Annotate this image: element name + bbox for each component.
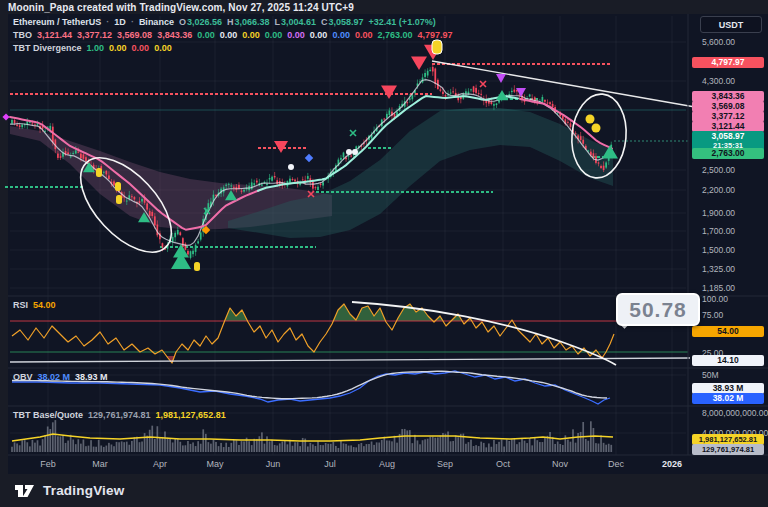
price-badge: 4,797.97 [692,57,764,68]
price-tick: 2,500.00 [702,165,735,175]
time-axis-label: Feb [31,459,65,469]
tradingview-snapshot: Moonin_Papa created with TradingView.com… [0,0,768,507]
separator: · [131,17,134,27]
tradingview-logo-text[interactable]: TradingView [43,483,124,498]
price-tick: 50M [702,370,719,380]
tbo-value: 0.00 [332,30,350,40]
time-axis-label: May [198,459,232,469]
symbol-legend: Ethereum / TetherUS · 1D · Binance O3,02… [13,17,436,27]
tbo-value: 0.00 [310,30,328,40]
tbt-divergence-value: 0.00 [109,43,127,53]
ohlc-label: C [321,17,328,27]
tbt-divergence-value: 0.00 [154,43,172,53]
ohlc-value: 3,026.56 [187,17,222,27]
price-tick: 4,300.00 [702,76,735,86]
time-axis-label: Mar [83,459,117,469]
tbo-value: 0.00 [265,30,283,40]
tbt-basequote-label[interactable]: TBT Base/Quote [13,410,83,420]
time-axis-label: Apr [143,459,177,469]
obv-value: 38.02 M [38,372,71,382]
time-axis-label: Sep [428,459,462,469]
tbo-value: 0.00 [242,30,260,40]
tbt-divergence-values: 1.000.000.000.00 [87,43,172,53]
price-badge: 129,761,974.81 [692,444,764,455]
price-badge: 54.00 [692,326,764,337]
price-badge: 14.10 [692,355,764,366]
tbo-value: 2,763.00 [377,30,412,40]
obv-legend: OBV 38.02 M38.93 M [13,372,108,382]
chart-card [8,14,768,474]
ohlc-value: 3,004.61 [281,17,316,27]
tbo-value: 0.00 [220,30,238,40]
tbt-basequote-values: 129,761,974.811,981,127,652.81 [88,410,226,420]
time-axis-label: Jun [256,459,290,469]
rsi-legend: RSI 54.00 [13,300,56,310]
tbo-value: 4,797.97 [417,30,452,40]
tbt-divergence-label[interactable]: TBT Divergence [13,43,82,53]
tbo-legend: TBO 3,121.443,377.123,569.083,843.360.00… [13,30,453,40]
tbo-value: 3,377.12 [77,30,112,40]
time-axis-label: 2026 [655,459,689,469]
tbo-value: 3,569.08 [117,30,152,40]
watermark: Moonin_Papa created with TradingView.com… [8,2,354,13]
tbt-divergence-value: 1.00 [87,43,105,53]
footer-bar: TradingView [0,474,768,507]
tbo-values: 3,121.443,377.123,569.083,843.360.000.00… [37,30,453,40]
price-tick: 1,700.00 [702,226,735,236]
price-tick: 8,000,000,000.00 [702,408,768,418]
ohlc-values: O3,026.56H3,066.38L3,004.61C3,058.97 [179,17,364,27]
time-axis-label: Jul [313,459,347,469]
change-value: +32.41 (+1.07%) [369,17,436,27]
tbo-value: 3,121.44 [37,30,72,40]
price-badge: 38.02 M [692,393,764,404]
rsi-callout: 50.78 [616,293,700,326]
tbt-basequote-value: 129,761,974.81 [88,410,151,420]
tradingview-logo-icon[interactable] [13,481,36,501]
time-axis-label: Dec [599,459,633,469]
separator: · [106,17,109,27]
ohlc-label: L [275,17,281,27]
time-axis-label: Nov [543,459,577,469]
symbol-title[interactable]: Ethereum / TetherUS [13,17,101,27]
tbt-divergence-legend: TBT Divergence 1.000.000.000.00 [13,43,172,53]
price-tick: 100.00 [702,294,728,304]
price-badge: 2,763.00 [692,148,764,159]
price-tick: 1,900.00 [702,208,735,218]
price-tick: 1,500.00 [702,245,735,255]
price-tick: 1,325.00 [702,264,735,274]
tbt-divergence-value: 0.00 [132,43,150,53]
obv-label[interactable]: OBV [13,372,33,382]
tbo-label[interactable]: TBO [13,30,32,40]
interval-label[interactable]: 1D [114,17,126,27]
price-tick: 75.00 [702,310,723,320]
obv-values: 38.02 M38.93 M [38,372,108,382]
tbo-value: 3,843.36 [157,30,192,40]
time-axis-label: Oct [486,459,520,469]
ohlc-label: O [179,17,186,27]
price-tick: 2,200.00 [702,185,735,195]
tbo-value: 0.00 [287,30,305,40]
tbt-basequote-legend: TBT Base/Quote 129,761,974.811,981,127,6… [13,410,226,420]
tbo-value: 0.00 [355,30,373,40]
ohlc-value: 3,066.38 [234,17,269,27]
rsi-value: 54.00 [33,300,56,310]
ohlc-label: H [227,17,234,27]
exchange-label: Binance [139,17,174,27]
ohlc-value: 3,058.97 [329,17,364,27]
obv-value: 38.93 M [75,372,108,382]
tbo-value: 0.00 [197,30,215,40]
price-tick: 1,185.00 [702,283,735,293]
tbt-basequote-value: 1,981,127,652.81 [156,410,226,420]
time-axis-label: Aug [370,459,404,469]
currency-toggle-button[interactable]: USDT [700,16,762,33]
price-tick: 5,600.00 [702,37,735,47]
rsi-label[interactable]: RSI [13,300,28,310]
